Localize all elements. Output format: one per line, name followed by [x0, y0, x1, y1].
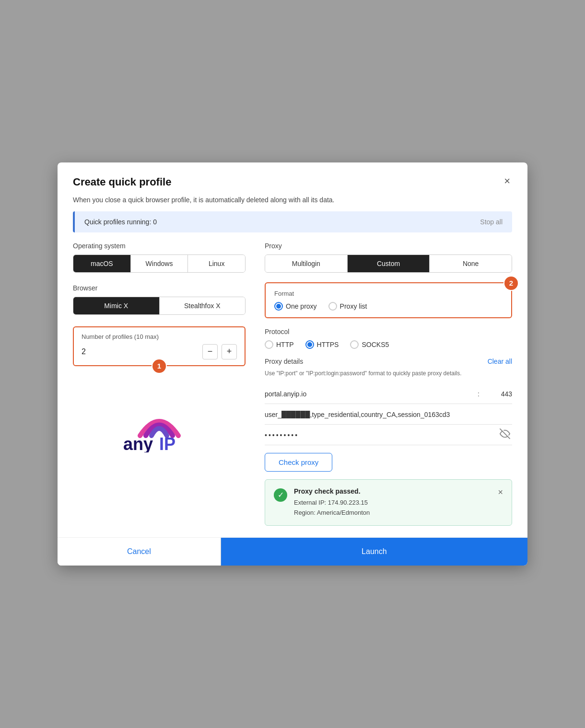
- os-section-label: Operating system: [73, 242, 246, 250]
- tab-multilogin[interactable]: Multilogin: [265, 255, 348, 272]
- profiles-stepper: 2 − +: [82, 344, 237, 359]
- proxy-hint: Use "IP:port" or "IP:port:login:password…: [265, 369, 512, 378]
- radio-http-indicator: [265, 340, 273, 349]
- left-column: Operating system macOS Windows Linux Bro…: [73, 242, 246, 526]
- proxy-password-row: [265, 426, 512, 445]
- format-one-proxy-label: One proxy: [286, 302, 317, 310]
- browser-tab-group: Mimic X Stealthfox X: [73, 297, 246, 315]
- stepper-buttons: − +: [202, 344, 237, 359]
- protocol-section: Protocol HTTP HTTPS SOCKS5: [265, 328, 512, 349]
- format-box: Format One proxy Proxy list 2: [265, 282, 512, 318]
- protocol-socks5-label: SOCKS5: [362, 341, 389, 348]
- decrement-button[interactable]: −: [202, 344, 218, 359]
- proxy-details-header: Proxy details Clear all: [265, 358, 512, 365]
- proxy-section-label: Proxy: [265, 242, 512, 250]
- profiles-box: Number of profiles (10 max) 2 − + 1: [73, 326, 246, 366]
- proxy-host-input[interactable]: [265, 384, 474, 404]
- protocol-section-label: Protocol: [265, 328, 512, 335]
- protocol-https[interactable]: HTTPS: [305, 340, 339, 349]
- proxy-details-label: Proxy details: [265, 358, 303, 365]
- protocol-http-label: HTTP: [276, 341, 294, 348]
- proxy-host-port-row: :: [265, 384, 512, 404]
- modal-body: Operating system macOS Windows Linux Bro…: [58, 242, 527, 538]
- stop-all-button[interactable]: Stop all: [480, 218, 503, 226]
- modal-footer: Cancel Launch: [58, 537, 527, 566]
- badge-1: 1: [152, 358, 167, 374]
- protocol-https-label: HTTPS: [317, 341, 339, 348]
- svg-text:IP: IP: [159, 434, 176, 452]
- protocol-http[interactable]: HTTP: [265, 340, 294, 349]
- proxy-check-title: Proxy check passed.: [294, 487, 491, 495]
- proxy-username-input[interactable]: [265, 405, 512, 425]
- proxy-check-ip: External IP: 174.90.223.15: [294, 498, 491, 508]
- tab-macos[interactable]: macOS: [73, 255, 131, 272]
- quick-profiles-count: Quick profiles running: 0: [84, 218, 157, 226]
- check-proxy-button[interactable]: Check proxy: [265, 453, 332, 472]
- protocol-socks5[interactable]: SOCKS5: [350, 340, 389, 349]
- badge-2: 2: [503, 276, 519, 291]
- format-title: Format: [274, 290, 503, 297]
- proxy-tab-group: Multilogin Custom None: [265, 254, 512, 273]
- modal-header: Create quick profile ×: [58, 162, 527, 196]
- increment-button[interactable]: +: [222, 344, 237, 359]
- os-tab-group: macOS Windows Linux: [73, 254, 246, 273]
- tab-stealthfox-x[interactable]: Stealthfox X: [160, 297, 246, 314]
- tab-windows[interactable]: Windows: [131, 255, 188, 272]
- launch-button[interactable]: Launch: [221, 538, 527, 566]
- create-quick-profile-modal: Create quick profile × When you close a …: [58, 162, 527, 566]
- profiles-label: Number of profiles (10 max): [82, 333, 237, 340]
- format-proxy-list-label: Proxy list: [340, 302, 367, 310]
- modal-title: Create quick profile: [73, 176, 171, 188]
- cancel-button[interactable]: Cancel: [58, 538, 221, 566]
- format-proxy-list[interactable]: Proxy list: [328, 302, 367, 311]
- format-one-proxy[interactable]: One proxy: [274, 302, 317, 311]
- proxy-password-input[interactable]: [265, 426, 498, 445]
- modal-subtitle: When you close a quick browser profile, …: [58, 196, 527, 211]
- proxy-colon: :: [474, 390, 483, 398]
- tab-mimic-x[interactable]: Mimic X: [73, 297, 160, 314]
- tab-linux[interactable]: Linux: [188, 255, 245, 272]
- radio-https-indicator: [305, 340, 314, 349]
- proxy-success-box: ✓ Proxy check passed. External IP: 174.9…: [265, 479, 512, 526]
- radio-socks5-indicator: [350, 340, 359, 349]
- success-icon: ✓: [274, 488, 287, 502]
- right-column: Proxy Multilogin Custom None Format One …: [265, 242, 512, 526]
- eye-slash-icon: [500, 428, 510, 439]
- toggle-password-button[interactable]: [498, 427, 512, 443]
- tab-custom[interactable]: Custom: [348, 255, 430, 272]
- proxy-port-input[interactable]: [483, 384, 512, 404]
- proxy-check-region: Region: America/Edmonton: [294, 508, 491, 518]
- format-radio-group: One proxy Proxy list: [274, 302, 503, 311]
- logo-area: any IP: [73, 395, 246, 452]
- close-success-button[interactable]: ×: [498, 487, 503, 497]
- info-bar: Quick profiles running: 0 Stop all: [73, 211, 512, 232]
- protocol-radio-group: HTTP HTTPS SOCKS5: [265, 340, 512, 349]
- anyip-logo: any IP: [106, 395, 212, 452]
- tab-none[interactable]: None: [430, 255, 512, 272]
- profiles-value: 2: [82, 347, 86, 356]
- success-content: Proxy check passed. External IP: 174.90.…: [294, 487, 491, 518]
- radio-proxy-list-indicator: [328, 302, 337, 311]
- close-button[interactable]: ×: [502, 176, 512, 186]
- radio-one-proxy-indicator: [274, 302, 283, 311]
- svg-text:any: any: [123, 434, 153, 452]
- clear-all-button[interactable]: Clear all: [488, 358, 512, 365]
- browser-section-label: Browser: [73, 284, 246, 292]
